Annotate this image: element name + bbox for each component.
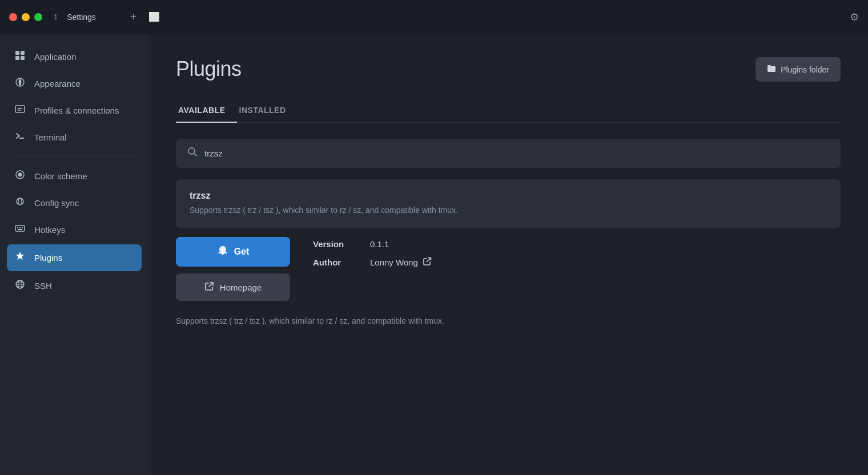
sidebar-label-configsync: Config sync xyxy=(34,198,79,208)
sidebar-divider xyxy=(11,156,137,157)
page-title: Plugins xyxy=(176,57,242,81)
svg-point-8 xyxy=(18,198,22,205)
tab-title: Settings xyxy=(67,13,96,22)
search-bar xyxy=(176,139,841,168)
svg-rect-13 xyxy=(18,229,22,230)
sidebar-label-ssh: SSH xyxy=(34,281,52,291)
folder-icon xyxy=(767,64,776,75)
author-label: Author xyxy=(313,257,359,267)
svg-rect-12 xyxy=(22,227,23,228)
tab-available[interactable]: AVAILABLE xyxy=(176,100,237,123)
plugin-full-description: Supports trzsz ( trz / tsz ), which simi… xyxy=(176,315,841,327)
plugin-meta: Version 0.1.1 Author Lonny Wong xyxy=(313,237,432,301)
tab-installed[interactable]: INSTALLED xyxy=(237,100,298,123)
titlebar-icons xyxy=(130,10,160,23)
settings-gear-icon[interactable] xyxy=(850,11,859,23)
configsync-icon xyxy=(14,196,26,210)
new-tab-icon[interactable] xyxy=(130,10,137,23)
maximize-button[interactable] xyxy=(34,13,42,21)
svg-point-7 xyxy=(18,173,22,177)
colorscheme-icon xyxy=(14,170,26,183)
version-label: Version xyxy=(313,239,359,249)
search-input[interactable] xyxy=(204,148,829,158)
tabs-bar: AVAILABLE INSTALLED xyxy=(176,100,841,123)
traffic-lights xyxy=(9,13,42,21)
sidebar-item-appearance[interactable]: Appearance xyxy=(0,70,148,97)
sidebar-label-hotkeys: Hotkeys xyxy=(34,225,65,235)
author-external-link-icon[interactable] xyxy=(423,257,432,268)
plugin-card-name: trzsz xyxy=(190,191,827,201)
plugins-folder-label: Plugins folder xyxy=(781,65,829,74)
svg-rect-0 xyxy=(15,51,19,55)
minimize-button[interactable] xyxy=(22,13,30,21)
content-header: Plugins Plugins folder xyxy=(176,57,841,82)
sidebar-item-application[interactable]: Application xyxy=(0,43,148,70)
plugin-card: trzsz Supports trzsz ( trz / tsz ), whic… xyxy=(176,179,841,228)
svg-rect-5 xyxy=(15,106,25,112)
sidebar-label-terminal: Terminal xyxy=(34,132,67,142)
search-icon xyxy=(187,147,198,160)
version-value: 0.1.1 xyxy=(370,239,389,249)
sidebar: Application Appearance Profiles & connec… xyxy=(0,34,148,475)
sidebar-label-profiles: Profiles & connections xyxy=(34,106,119,115)
plugin-actions: Get Homepage xyxy=(176,237,290,301)
terminal-icon xyxy=(14,131,26,144)
tab-area: 1 Settings xyxy=(54,13,96,22)
svg-rect-2 xyxy=(15,56,19,60)
ssh-icon xyxy=(14,279,26,292)
get-button-label: Get xyxy=(234,247,250,257)
svg-rect-10 xyxy=(17,227,18,228)
meta-row-author: Author Lonny Wong xyxy=(313,257,432,268)
sidebar-label-plugins: Plugins xyxy=(34,253,62,263)
homepage-button[interactable]: Homepage xyxy=(176,273,290,301)
profiles-icon xyxy=(14,104,26,117)
sidebar-item-terminal[interactable]: Terminal xyxy=(0,124,148,151)
homepage-button-label: Homepage xyxy=(220,283,262,292)
sidebar-item-profiles[interactable]: Profiles & connections xyxy=(0,97,148,124)
appearance-icon xyxy=(14,77,26,90)
download-icon xyxy=(217,245,228,259)
sidebar-item-hotkeys[interactable]: Hotkeys xyxy=(0,216,148,243)
meta-row-version: Version 0.1.1 xyxy=(313,239,432,249)
sidebar-item-configsync[interactable]: Config sync xyxy=(0,190,148,216)
plugin-detail: Get Homepage Version 0.1.1 xyxy=(176,237,841,301)
sidebar-label-colorscheme: Color scheme xyxy=(34,171,87,181)
plugins-icon xyxy=(14,251,26,264)
sidebar-item-colorscheme[interactable]: Color scheme xyxy=(0,163,148,190)
get-button[interactable]: Get xyxy=(176,237,290,267)
main-layout: Application Appearance Profiles & connec… xyxy=(0,34,868,475)
close-button[interactable] xyxy=(9,13,17,21)
sidebar-label-appearance: Appearance xyxy=(34,79,81,88)
svg-rect-11 xyxy=(19,227,21,228)
content-area: Plugins Plugins folder AVAILABLE INSTALL… xyxy=(148,34,868,475)
sidebar-item-plugins[interactable]: Plugins xyxy=(7,244,142,271)
app-icon xyxy=(14,50,26,63)
sidebar-label-application: Application xyxy=(34,52,76,62)
sidebar-item-ssh[interactable]: SSH xyxy=(0,272,148,299)
hotkeys-icon xyxy=(14,223,26,236)
titlebar: 1 Settings xyxy=(0,0,868,34)
svg-rect-3 xyxy=(21,56,25,60)
tab-number: 1 xyxy=(54,13,58,21)
plugins-folder-button[interactable]: Plugins folder xyxy=(756,57,841,82)
author-value: Lonny Wong xyxy=(370,257,432,268)
svg-rect-1 xyxy=(21,51,25,55)
tab-switcher-icon[interactable] xyxy=(148,11,160,23)
svg-point-16 xyxy=(188,148,195,154)
plugin-card-description: Supports trzsz ( trz / tsz ), which simi… xyxy=(190,204,827,216)
external-link-icon xyxy=(204,281,214,293)
